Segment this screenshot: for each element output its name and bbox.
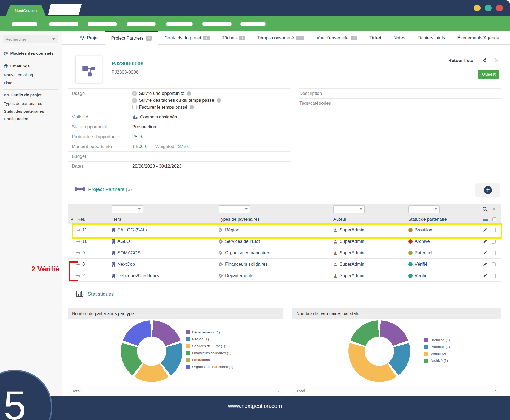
edit-pencil-icon[interactable] bbox=[483, 228, 487, 232]
tab-projet[interactable]: Projet bbox=[74, 31, 105, 44]
tab-label: Temps consommé bbox=[257, 35, 294, 41]
active-top-tab-blank[interactable] bbox=[48, 4, 82, 15]
add-partner-button[interactable] bbox=[475, 183, 500, 197]
partner-type-link[interactable]: Financeurs solidaires bbox=[225, 262, 268, 267]
menu-item-placeholder[interactable] bbox=[12, 22, 37, 26]
status-badge[interactable]: Ouvert bbox=[478, 70, 499, 79]
tab-evenements-agenda[interactable]: Événements/Agenda bbox=[451, 31, 505, 44]
row-checkbox[interactable] bbox=[492, 228, 496, 232]
table-row[interactable]: 10 AGLO Services de l’Etat SuperAdmin Ar… bbox=[68, 236, 502, 247]
info-icon[interactable] bbox=[217, 98, 221, 103]
partner-author-link[interactable]: SuperAdmin bbox=[339, 239, 364, 244]
legend-item: Vérifié (2) bbox=[424, 352, 450, 356]
sidebar-item-outils-projet[interactable]: Outils de projet bbox=[4, 92, 42, 97]
menu-item-placeholder[interactable] bbox=[166, 22, 193, 26]
tab-contacts-du-projet[interactable]: Contacts du projet 1 bbox=[158, 31, 216, 44]
checkbox[interactable] bbox=[132, 105, 137, 109]
tab-fichiers-joints[interactable]: Fichiers joints bbox=[411, 31, 451, 44]
total-value: 5 bbox=[495, 386, 497, 396]
partner-author-link[interactable]: SuperAdmin bbox=[339, 262, 364, 267]
tab-temps-consomme[interactable]: Temps consommé … bbox=[251, 31, 311, 44]
sidebar-item-emailings[interactable]: @ Emailings bbox=[4, 64, 30, 69]
tab-label: Ticket bbox=[369, 35, 381, 41]
column-header-types[interactable]: Types de partenaires bbox=[219, 217, 260, 222]
row-checkbox[interactable] bbox=[492, 262, 496, 266]
checkbox[interactable] bbox=[132, 98, 137, 103]
table-row[interactable]: 8 NextCop Financeurs solidaires SuperAdm… bbox=[68, 259, 502, 270]
table-row[interactable]: 9 SOMACOS Organismes bancaires SuperAdmi… bbox=[68, 247, 502, 259]
partner-type-link[interactable]: Organismes bancaires bbox=[225, 250, 270, 256]
tab-taches[interactable]: Tâches 1 bbox=[216, 31, 251, 44]
partner-status-label: Vérifié bbox=[415, 273, 427, 278]
partner-tiers-link[interactable]: Debiteurs/Crediteurs bbox=[117, 273, 159, 278]
legend-item: Services de l’Etat (1) bbox=[186, 344, 233, 348]
menu-item-placeholder[interactable] bbox=[88, 22, 117, 26]
info-icon[interactable] bbox=[187, 91, 191, 96]
partner-tiers-link[interactable]: NextCop bbox=[117, 262, 135, 267]
partner-type-link[interactable]: Services de l’Etat bbox=[225, 239, 260, 244]
row-checkbox[interactable] bbox=[492, 251, 496, 255]
column-header-statut[interactable]: Statut de partenaire bbox=[408, 217, 447, 222]
chevron-left-icon[interactable] bbox=[483, 58, 488, 63]
row-checkbox[interactable] bbox=[492, 240, 496, 244]
column-header-ref[interactable]: Réf. bbox=[71, 217, 85, 222]
filter-auteur-select[interactable] bbox=[333, 205, 365, 213]
table-row[interactable]: 11 SAL GG (SAL) Région SuperAdmin Brouil… bbox=[68, 224, 502, 236]
column-header-auteur[interactable]: Auteur bbox=[333, 217, 346, 222]
building-icon bbox=[112, 228, 115, 232]
checkbox-label: Suivre des tâches ou du temps passé bbox=[139, 98, 214, 103]
row-checkbox[interactable] bbox=[492, 274, 496, 278]
filter-types-select[interactable] bbox=[219, 205, 250, 213]
tab-project-partners[interactable]: Project Partners 5 bbox=[105, 31, 158, 45]
partner-author-link[interactable]: SuperAdmin bbox=[339, 250, 364, 256]
edit-pencil-icon[interactable] bbox=[483, 274, 487, 278]
sidebar-item-configuration[interactable]: Configuration bbox=[4, 117, 28, 121]
window-dot-yellow-icon[interactable] bbox=[474, 5, 481, 11]
sidebar-item-liste[interactable]: Liste bbox=[4, 80, 12, 85]
window-dot-green-icon[interactable] bbox=[485, 5, 492, 11]
edit-pencil-icon[interactable] bbox=[483, 262, 487, 266]
sidebar-item-modeles-courriels[interactable]: @ Modèles des courriels bbox=[4, 51, 53, 56]
brand-tab[interactable]: NextGestion bbox=[6, 5, 46, 16]
clear-filters-icon[interactable] bbox=[492, 206, 496, 212]
partner-author-link[interactable]: SuperAdmin bbox=[339, 227, 364, 233]
legend-swatch bbox=[186, 365, 190, 369]
sidebar-item-statut-partenaires[interactable]: Statut des partenaires bbox=[4, 109, 44, 114]
window-dot-red-icon[interactable] bbox=[496, 5, 503, 11]
menu-item-placeholder[interactable] bbox=[240, 22, 266, 26]
back-to-list-link[interactable]: Retour liste bbox=[448, 58, 473, 63]
edit-pencil-icon[interactable] bbox=[483, 251, 487, 255]
chevron-down-icon bbox=[360, 208, 362, 210]
search-input[interactable]: Rechercher bbox=[3, 35, 58, 43]
tab-ticket[interactable]: Ticket bbox=[363, 31, 388, 44]
info-icon[interactable] bbox=[190, 105, 194, 109]
user-icon bbox=[333, 251, 337, 255]
filter-statut-select[interactable] bbox=[408, 205, 440, 213]
chevron-right-icon[interactable] bbox=[494, 58, 498, 63]
legend-item: Région (1) bbox=[186, 337, 233, 341]
tab-vue-densemble[interactable]: Vue d'ensemble 1 bbox=[311, 31, 363, 44]
sidebar-item-types-partenaires[interactable]: Types de partenaires bbox=[4, 101, 42, 106]
menu-item-placeholder[interactable] bbox=[127, 22, 156, 26]
edit-pencil-icon[interactable] bbox=[483, 239, 487, 244]
annotation-bracket bbox=[69, 280, 78, 281]
table-row[interactable]: 2 Debiteurs/Crediteurs Départements Supe… bbox=[68, 270, 502, 282]
partner-type-link[interactable]: Départements bbox=[225, 273, 253, 278]
partner-type-link[interactable]: Région bbox=[225, 227, 239, 233]
sidebar-item-label: Types de partenaires bbox=[4, 101, 42, 106]
select-all-checkbox[interactable] bbox=[492, 217, 496, 221]
partner-tiers-link[interactable]: AGLO bbox=[117, 239, 130, 244]
handshake-icon bbox=[76, 251, 80, 254]
filter-tiers-select[interactable] bbox=[112, 205, 143, 213]
menu-item-placeholder[interactable] bbox=[49, 22, 78, 26]
partner-tiers-link[interactable]: SAL GG (SAL) bbox=[117, 227, 147, 233]
partner-author-link[interactable]: SuperAdmin bbox=[339, 273, 364, 278]
checkbox[interactable] bbox=[132, 91, 137, 96]
column-header-tiers[interactable]: Tiers bbox=[112, 217, 121, 222]
menu-item-placeholder[interactable] bbox=[202, 22, 232, 26]
tab-notes[interactable]: Notes bbox=[387, 31, 411, 44]
partner-tiers-link[interactable]: SOMACOS bbox=[117, 250, 141, 256]
search-icon[interactable] bbox=[482, 206, 488, 212]
sidebar-item-nouvel-emailing[interactable]: Nouvel emailing bbox=[4, 73, 33, 77]
list-fields-icon[interactable] bbox=[483, 217, 488, 221]
